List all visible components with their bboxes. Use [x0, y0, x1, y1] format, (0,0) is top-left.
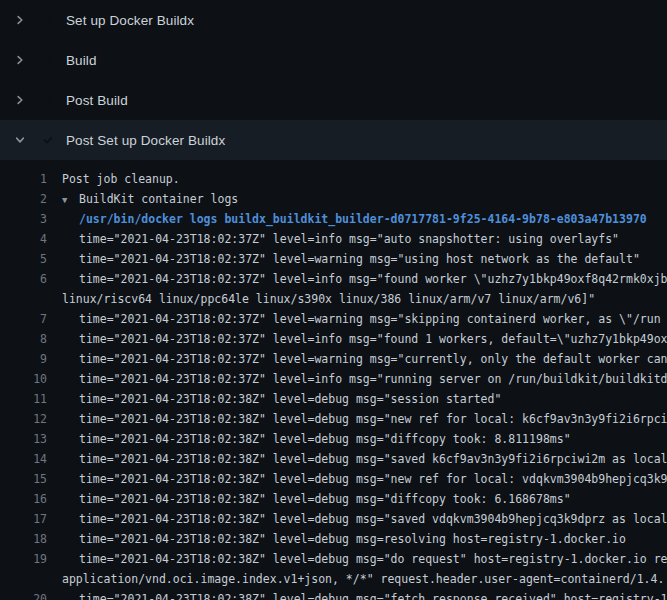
line-number[interactable]: 19	[0, 549, 47, 569]
line-number[interactable]: 4	[0, 229, 47, 249]
log-row: 14time="2021-04-23T18:02:38Z" level=debu…	[0, 449, 667, 469]
log-text: application/vnd.oci.image.index.v1+json,…	[62, 569, 667, 589]
log-row: 7time="2021-04-23T18:02:37Z" level=warni…	[0, 309, 667, 329]
log-text: time="2021-04-23T18:02:38Z" level=debug …	[79, 589, 667, 600]
log-text: time="2021-04-23T18:02:38Z" level=debug …	[79, 469, 667, 489]
line-number[interactable]: 11	[0, 389, 47, 409]
log-text: time="2021-04-23T18:02:38Z" level=debug …	[79, 409, 667, 429]
log-text: time="2021-04-23T18:02:38Z" level=debug …	[79, 389, 667, 409]
step-row-build[interactable]: Build	[0, 40, 667, 80]
step-label: Build	[66, 53, 97, 68]
log-row: 8time="2021-04-23T18:02:37Z" level=info …	[0, 329, 667, 349]
chevron-right-icon[interactable]	[14, 54, 26, 66]
log-row: 11time="2021-04-23T18:02:38Z" level=debu…	[0, 389, 667, 409]
line-number[interactable]: 9	[0, 349, 47, 369]
line-number[interactable]: 8	[0, 329, 47, 349]
log-row: 2▼BuildKit container logs	[0, 189, 667, 209]
log-row: 9time="2021-04-23T18:02:37Z" level=warni…	[0, 349, 667, 369]
log-row: 1Post job cleanup.	[0, 169, 667, 189]
log-row: 6time="2021-04-23T18:02:37Z" level=info …	[0, 269, 667, 289]
line-number[interactable]: 1	[0, 169, 47, 189]
line-number[interactable]: 15	[0, 469, 47, 489]
log-text: time="2021-04-23T18:02:37Z" level=info m…	[79, 269, 667, 289]
log-text: time="2021-04-23T18:02:37Z" level=info m…	[79, 369, 667, 389]
chevron-right-icon[interactable]	[14, 14, 26, 26]
line-number[interactable]: 18	[0, 529, 47, 549]
log-row: 10time="2021-04-23T18:02:37Z" level=info…	[0, 369, 667, 389]
check-circle-icon	[40, 52, 56, 68]
line-number[interactable]: 17	[0, 509, 47, 529]
log-text: time="2021-04-23T18:02:38Z" level=debug …	[79, 449, 667, 469]
log-viewer: 1Post job cleanup.2▼BuildKit container l…	[0, 160, 667, 600]
log-text: Post job cleanup.	[62, 169, 667, 189]
log-text: time="2021-04-23T18:02:37Z" level=info m…	[79, 329, 667, 349]
log-text: time="2021-04-23T18:02:38Z" level=debug …	[79, 549, 667, 569]
check-circle-icon	[40, 92, 56, 108]
line-number[interactable]: 12	[0, 409, 47, 429]
log-text: time="2021-04-23T18:02:37Z" level=warnin…	[79, 349, 667, 369]
log-text: time="2021-04-23T18:02:38Z" level=debug …	[79, 509, 667, 529]
line-number[interactable]: 5	[0, 249, 47, 269]
log-text: time="2021-04-23T18:02:37Z" level=warnin…	[79, 249, 667, 269]
line-number[interactable]: 2	[0, 189, 47, 209]
log-command-text: /usr/bin/docker logs buildx_buildkit_bui…	[79, 209, 667, 229]
line-number[interactable]: 3	[0, 209, 47, 229]
log-row: 3/usr/bin/docker logs buildx_buildkit_bu…	[0, 209, 667, 229]
step-label: Post Set up Docker Buildx	[66, 133, 225, 148]
line-number[interactable]: 7	[0, 309, 47, 329]
log-text: time="2021-04-23T18:02:38Z" level=debug …	[79, 529, 667, 549]
step-row-set-up-docker-buildx[interactable]: Set up Docker Buildx	[0, 0, 667, 40]
log-row: 4time="2021-04-23T18:02:37Z" level=info …	[0, 229, 667, 249]
log-row: 5time="2021-04-23T18:02:37Z" level=warni…	[0, 249, 667, 269]
log-text: time="2021-04-23T18:02:37Z" level=warnin…	[79, 309, 667, 329]
log-text: time="2021-04-23T18:02:38Z" level=debug …	[79, 489, 667, 509]
check-circle-icon	[40, 132, 56, 148]
line-number[interactable]: 6	[0, 269, 47, 289]
line-number[interactable]: 10	[0, 369, 47, 389]
line-number[interactable]: 13	[0, 429, 47, 449]
chevron-down-icon[interactable]	[14, 134, 26, 146]
group-collapse-triangle-icon[interactable]: ▼	[62, 190, 79, 209]
chevron-right-icon[interactable]	[14, 94, 26, 106]
step-list: Set up Docker BuildxBuildPost BuildPost …	[0, 0, 667, 160]
step-label: Set up Docker Buildx	[66, 13, 194, 28]
log-text: time="2021-04-23T18:02:38Z" level=debug …	[79, 429, 667, 449]
log-row-wrap: application/vnd.oci.image.index.v1+json,…	[0, 569, 667, 589]
log-row: 17time="2021-04-23T18:02:38Z" level=debu…	[0, 509, 667, 529]
log-row: 16time="2021-04-23T18:02:38Z" level=debu…	[0, 489, 667, 509]
group-label: BuildKit container logs	[79, 192, 238, 206]
log-text[interactable]: ▼BuildKit container logs	[62, 189, 667, 209]
line-number[interactable]: 16	[0, 489, 47, 509]
log-text: linux/riscv64 linux/ppc64le linux/s390x …	[62, 289, 667, 309]
log-row: 15time="2021-04-23T18:02:38Z" level=debu…	[0, 469, 667, 489]
log-row: 13time="2021-04-23T18:02:38Z" level=debu…	[0, 429, 667, 449]
step-row-post-build[interactable]: Post Build	[0, 80, 667, 120]
log-row: 18time="2021-04-23T18:02:38Z" level=debu…	[0, 529, 667, 549]
log-text: time="2021-04-23T18:02:37Z" level=info m…	[79, 229, 667, 249]
step-row-post-set-up-docker-buildx[interactable]: Post Set up Docker Buildx	[0, 120, 667, 160]
log-row: 19time="2021-04-23T18:02:38Z" level=debu…	[0, 549, 667, 569]
log-row: 20time="2021-04-23T18:02:38Z" level=debu…	[0, 589, 667, 600]
log-row: 12time="2021-04-23T18:02:38Z" level=debu…	[0, 409, 667, 429]
line-number[interactable]: 20	[0, 589, 47, 600]
log-row-wrap: linux/riscv64 linux/ppc64le linux/s390x …	[0, 289, 667, 309]
check-circle-icon	[40, 12, 56, 28]
line-number[interactable]: 14	[0, 449, 47, 469]
step-label: Post Build	[66, 93, 128, 108]
